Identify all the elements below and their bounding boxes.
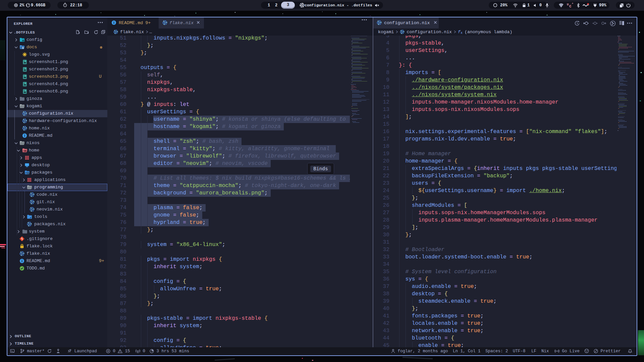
svg-text:U: U <box>567 3 569 6</box>
svg-text:C: C <box>569 4 572 8</box>
